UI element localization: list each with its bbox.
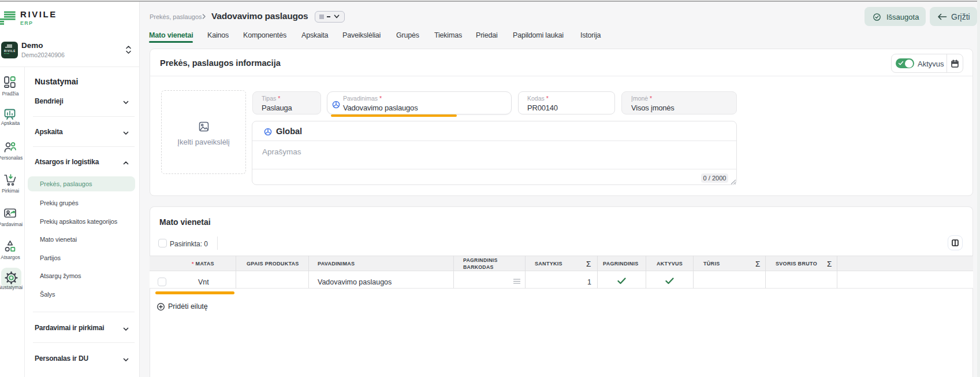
svg-text:RIVILE: RIVILE: [4, 50, 16, 53]
